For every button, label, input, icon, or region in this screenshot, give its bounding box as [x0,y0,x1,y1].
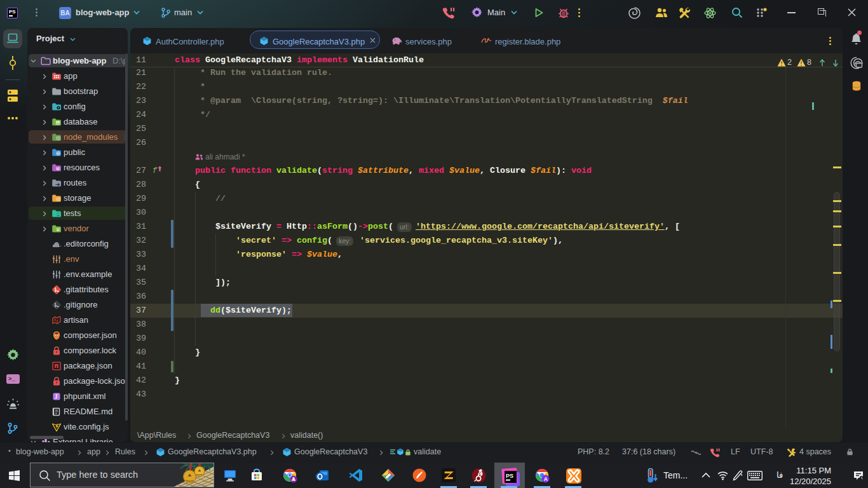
svg-text:A: A [544,476,548,482]
svg-text:PS: PS [506,473,513,479]
